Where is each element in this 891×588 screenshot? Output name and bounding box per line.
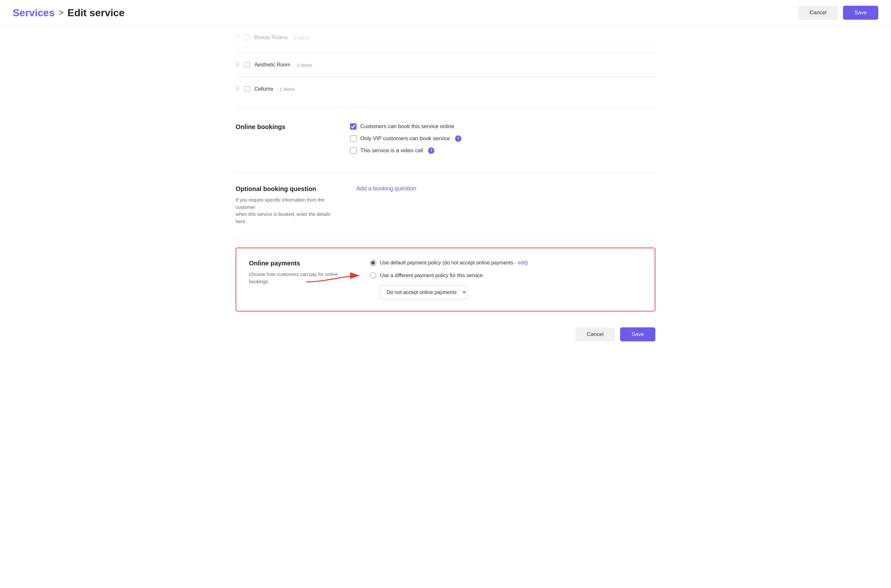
payment-default-radio[interactable] xyxy=(370,260,376,266)
payment-dropdown-container: Do not accept online payments Accept onl… xyxy=(380,285,642,299)
rooms-section: ⠿ Beauty Rooms 2 items ⠿ Aesthetic Room … xyxy=(236,26,655,104)
header-cancel-button[interactable]: Cancel xyxy=(798,6,838,20)
optional-booking-section: Optional booking question If you require… xyxy=(236,172,655,238)
vip-customers-checkbox[interactable] xyxy=(350,135,356,142)
rooms-top-faded: ⠿ Beauty Rooms 2 items xyxy=(236,29,655,50)
online-bookings-label: Online bookings xyxy=(236,123,331,159)
divider xyxy=(236,53,655,53)
room-count: 1 items xyxy=(297,62,312,68)
online-bookings-title: Online bookings xyxy=(236,123,331,130)
footer-actions: Cancel Save xyxy=(223,321,668,354)
services-link[interactable]: Services xyxy=(13,7,55,19)
payment-different-label: Use a different payment policy for this … xyxy=(380,273,484,278)
video-call-help-icon[interactable]: ? xyxy=(428,147,434,154)
room-checkbox-aesthetic[interactable] xyxy=(244,62,250,68)
online-bookings-section: Online bookings Customers can book this … xyxy=(236,111,655,172)
online-bookings-option-1: Customers can book this service online xyxy=(350,123,655,130)
footer-cancel-button[interactable]: Cancel xyxy=(575,327,615,341)
optional-booking-title: Optional booking question xyxy=(236,185,337,193)
online-payments-section: Online payments Choose how customers can… xyxy=(236,248,655,312)
list-item: ⠿ Celluma 1 items xyxy=(236,80,655,98)
customers-can-book-label: Customers can book this service online xyxy=(360,123,454,130)
video-call-label: This service is a video call xyxy=(360,147,423,154)
optional-booking-desc: If you require specific information from… xyxy=(236,196,337,225)
room-name: Beauty Rooms xyxy=(254,34,288,40)
payment-option-default: Use default payment policy (do not accep… xyxy=(370,260,642,266)
video-call-checkbox[interactable] xyxy=(350,147,356,154)
main-content: ⠿ Beauty Rooms 2 items ⠿ Aesthetic Room … xyxy=(223,26,668,312)
page-header: Services > Edit service Cancel Save xyxy=(0,0,891,26)
room-count: 1 items xyxy=(279,87,295,92)
online-bookings-content: Customers can book this service online O… xyxy=(350,123,655,159)
room-name: Aesthetic Room xyxy=(254,62,290,68)
header-save-button[interactable]: Save xyxy=(843,6,878,20)
payment-option-different-container: Use a different payment policy for this … xyxy=(370,272,642,279)
add-booking-question-link[interactable]: Add a booking question xyxy=(356,185,416,192)
room-count: 2 items xyxy=(294,35,310,40)
optional-booking-label: Optional booking question If you require… xyxy=(236,185,337,225)
drag-handle-icon[interactable]: ⠿ xyxy=(236,62,240,68)
breadcrumb-chevron: > xyxy=(59,8,64,18)
page-title: Edit service xyxy=(68,7,125,19)
payment-edit-link[interactable]: edit xyxy=(518,260,526,266)
customers-can-book-checkbox[interactable] xyxy=(350,123,356,130)
payments-section-content: Use default payment policy (do not accep… xyxy=(370,260,642,299)
payment-different-radio[interactable] xyxy=(370,272,376,279)
red-arrow-annotation xyxy=(300,269,364,285)
divider xyxy=(236,77,655,77)
vip-customers-label: Only VIP customers can book service xyxy=(360,135,450,142)
footer-save-button[interactable]: Save xyxy=(620,327,655,341)
payment-policy-select[interactable]: Do not accept online payments Accept onl… xyxy=(380,285,467,299)
list-item: ⠿ Beauty Rooms 2 items xyxy=(236,29,655,46)
drag-handle-icon[interactable]: ⠿ xyxy=(236,34,240,41)
drag-handle-icon[interactable]: ⠿ xyxy=(236,86,240,93)
online-bookings-option-3: This service is a video call ? xyxy=(350,147,655,154)
online-bookings-option-2: Only VIP customers can book service ? xyxy=(350,135,655,142)
room-checkbox-beauty[interactable] xyxy=(244,34,250,40)
room-name: Celluma xyxy=(254,86,273,92)
payment-option-different: Use a different payment policy for this … xyxy=(370,272,642,279)
room-checkbox-celluma[interactable] xyxy=(244,86,250,92)
header-actions: Cancel Save xyxy=(798,6,878,20)
list-item: ⠿ Aesthetic Room 1 items xyxy=(236,56,655,74)
online-payments-title: Online payments xyxy=(249,260,351,267)
breadcrumb: Services > Edit service xyxy=(13,7,125,19)
optional-booking-content: Add a booking question xyxy=(356,185,655,225)
payment-default-label: Use default payment policy (do not accep… xyxy=(380,260,527,266)
vip-help-icon[interactable]: ? xyxy=(455,135,461,142)
